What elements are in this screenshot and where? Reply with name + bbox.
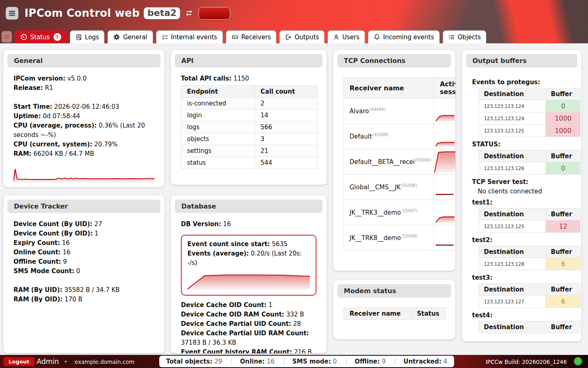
buffer-value-cell: 0 xyxy=(546,100,581,112)
card-title: API xyxy=(175,54,323,67)
tab-label: Incoming events xyxy=(383,34,434,41)
bell-icon xyxy=(374,34,380,40)
card-api: API Total API calls: 1150 Endpoint Call … xyxy=(171,50,327,185)
column-header: Receiver name xyxy=(344,308,411,320)
buffer-value-cell: 1000 xyxy=(546,125,581,137)
api-table: Endpoint Call count is-connected2login14… xyxy=(181,85,318,169)
column-header: Destination xyxy=(479,209,546,220)
field-row: Expiry Count: 16 xyxy=(13,238,154,248)
main-content: General IPCom version: v5.0.0Release: R1… xyxy=(0,43,588,355)
field-row: CPU (average, process): 0.36% (Last 20 s… xyxy=(13,121,154,140)
api-row: objects3 xyxy=(181,133,318,145)
receiver-port: (55007) xyxy=(401,209,418,213)
field-row: Offline Count: 9 xyxy=(13,257,154,267)
buffer-value-cell: 12 xyxy=(546,220,581,233)
field-row: Start Time: 2026-02-06 12:46:03 xyxy=(13,102,154,112)
buffer-value-cell: 6 xyxy=(546,258,581,270)
tab-general[interactable]: General xyxy=(107,30,153,43)
object-stats-pill: Total objects: 29Online: 16SMS mode: 0Of… xyxy=(159,356,454,367)
sessions-sparkline xyxy=(436,115,454,121)
destination-cell: 123.123.123.125 xyxy=(479,125,546,137)
field-row: RAM (By OID): 170 B xyxy=(13,295,154,304)
tcp-row: Alvaro(44444) 2 xyxy=(344,99,456,124)
server-domain: example.domain.com xyxy=(75,359,134,365)
tcp-row: Default(45000) 1 xyxy=(344,124,456,149)
column-header: Active sessions xyxy=(434,78,455,99)
refresh-button[interactable] xyxy=(185,9,193,17)
tab-receivers[interactable]: Receivers xyxy=(226,30,277,43)
field-row: Events (average): 0.20/s (Last 20s: -/s) xyxy=(187,249,310,268)
tab-outputs[interactable]: Outputs xyxy=(279,30,325,43)
event-count-box: Event count since start: 5635Events (ave… xyxy=(181,235,316,296)
api-row: login14 xyxy=(181,110,318,121)
buffer-section-label: test2: xyxy=(472,236,575,244)
logs-icon xyxy=(76,34,82,40)
header-action-button[interactable] xyxy=(198,7,230,20)
api-row: logs566 xyxy=(181,121,318,133)
tcp-row: JK__TRK3__demo(55007) 3 xyxy=(344,200,456,225)
sessions-sparkline xyxy=(436,216,454,223)
tab-objects[interactable]: Objects xyxy=(443,30,487,43)
tab-internal-events[interactable]: Internal events xyxy=(156,30,223,43)
buffer-table: Destination Buffer 123.123.123.1276 xyxy=(479,283,581,308)
tab-logs[interactable]: Logs xyxy=(70,30,105,43)
buffer-row: 123.123.123.1260 xyxy=(479,162,581,175)
buffer-value-cell: 6 xyxy=(546,296,581,308)
buffer-table: Destination Buffer 123.123.123.1240123.1… xyxy=(479,88,581,137)
tab-users[interactable]: Users xyxy=(327,30,365,43)
stat-item: Total objects: 29 xyxy=(164,358,225,365)
sessions-sparkline xyxy=(436,141,454,147)
card-tcp-connections: TCP Connections Receiver name Active ses… xyxy=(333,50,455,271)
field-row: Device Cache OID RAM Count: 332 B xyxy=(181,310,316,319)
field-row: Device Cache OID Count: 1 xyxy=(181,301,316,310)
field-row: Event count since start: 5635 xyxy=(187,240,310,249)
card-title: Output buffers xyxy=(466,54,577,67)
column-header: Buffer xyxy=(546,246,581,258)
db-version: DB Version: 16 xyxy=(181,220,316,229)
buffer-section-label: test1: xyxy=(472,199,575,206)
buffer-row: 123.123.123.1286 xyxy=(479,258,581,270)
buffer-section: test4: Destination Buffer xyxy=(472,312,575,333)
buffer-value-cell: 1000 xyxy=(546,112,581,125)
output-buffer-sections: Events to protegus: Destination Buffer 1… xyxy=(462,72,581,333)
sessions-sparkline xyxy=(434,151,455,173)
column-header: Destination xyxy=(479,246,546,258)
receiver-port: (55008) xyxy=(401,234,418,238)
field-row: CPU (current, system): 20.79% xyxy=(13,140,154,149)
column-header: Destination xyxy=(479,284,546,296)
tab-bar: Status ! Logs General Internal events Re… xyxy=(0,30,486,43)
tab-label: Status xyxy=(30,34,50,41)
tab-incoming-events[interactable]: Incoming events xyxy=(368,30,439,43)
buffer-section-note: No clients connected xyxy=(478,188,575,195)
tabs-refresh-button[interactable] xyxy=(2,31,12,43)
buffer-row: 123.123.123.1241000 xyxy=(479,112,581,125)
column-header: Status xyxy=(411,308,445,320)
destination-cell: 123.123.123.128 xyxy=(479,258,546,270)
general-runtime-group: Start Time: 2026-02-06 12:46:03Uptime: 0… xyxy=(13,102,154,159)
tab-status[interactable]: Status ! xyxy=(15,30,67,43)
field-row: IPCom version: v5.0.0 xyxy=(13,74,154,83)
buffer-section: TCP Server test: No clients connected xyxy=(472,178,575,195)
gauge-icon xyxy=(20,34,27,40)
column-header: Buffer xyxy=(546,321,581,333)
stat-item: Online: 16 xyxy=(232,358,277,365)
field-row: Device Cache Partial UID Count: 28 xyxy=(181,319,316,329)
hamburger-menu-button[interactable] xyxy=(6,7,18,20)
field-row: Release: R1 xyxy=(13,83,154,93)
api-row: settings21 xyxy=(181,145,318,157)
sessions-sparkline xyxy=(436,243,454,247)
card-output-buffers: Output buffers Events to protegus: Desti… xyxy=(462,50,581,341)
sessions-sparkline xyxy=(436,192,454,196)
field-row: RAM (By UID): 35582 B / 34.7 KB xyxy=(13,285,154,295)
tcp-row: JK__TRK8__demo(55008) 0 xyxy=(344,225,456,251)
app-header: IPCom Control web beta2 Status ! Logs Ge… xyxy=(0,0,588,43)
logout-button[interactable]: Logout xyxy=(3,357,35,366)
buffer-section: test1: Destination Buffer 123.123.123.12… xyxy=(472,199,575,233)
device-counts-group: Device Count (By UID): 27Device Count (B… xyxy=(13,220,154,276)
buffer-section-label: test3: xyxy=(472,274,575,281)
buffer-row: 123.123.123.1276 xyxy=(479,296,581,308)
card-database: Database DB Version: 16 Event count sinc… xyxy=(171,195,327,353)
footer-separator: • xyxy=(64,359,67,365)
buffer-section: STATUS: Destination Buffer 123.123.123.1… xyxy=(472,141,575,175)
receiver-port: (55006) xyxy=(401,183,417,188)
